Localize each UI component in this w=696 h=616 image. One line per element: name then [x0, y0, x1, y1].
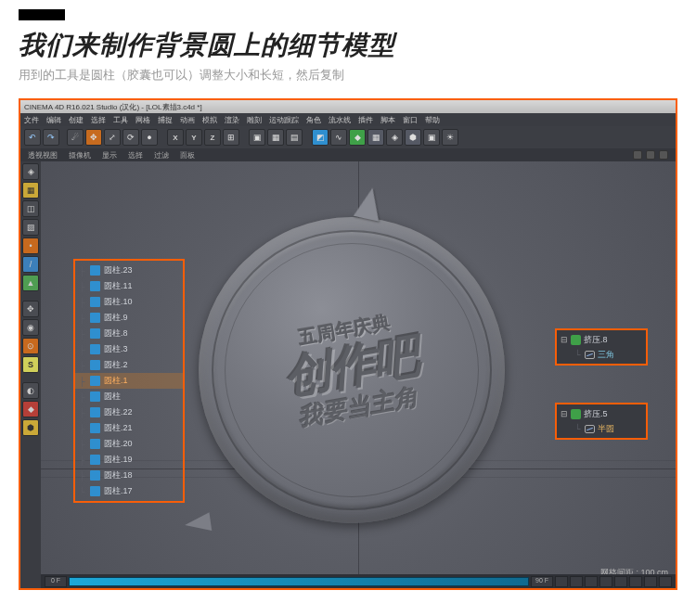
menu-edit[interactable]: 编辑: [46, 115, 61, 125]
vp-menu-panel[interactable]: 面板: [180, 150, 195, 160]
obj-row[interactable]: ├圆柱.3: [75, 341, 183, 357]
timeline-track[interactable]: [69, 577, 529, 586]
obj-row[interactable]: └圆柱.17: [75, 483, 183, 499]
collapse-icon[interactable]: ⊟: [561, 335, 568, 344]
menu-script[interactable]: 脚本: [380, 115, 395, 125]
model-mode-button[interactable]: ▦: [22, 182, 39, 199]
polygon-mode-button[interactable]: ▲: [22, 275, 39, 291]
redo-button[interactable]: ↷: [43, 129, 59, 146]
add-camera-button[interactable]: ▣: [423, 129, 440, 146]
move-tool[interactable]: ✥: [85, 129, 102, 146]
vp-min-button[interactable]: [633, 150, 642, 160]
render-pv-button[interactable]: ▦: [267, 129, 284, 146]
obj-row[interactable]: ├圆柱.21: [75, 420, 183, 436]
timeline-keyopts[interactable]: [659, 576, 672, 587]
lock-z-button[interactable]: Z: [204, 129, 221, 146]
obj-row-selected[interactable]: ├圆柱.1: [75, 373, 183, 389]
menu-snap[interactable]: 捕捉: [158, 115, 173, 125]
enable-button[interactable]: ◉: [22, 319, 39, 336]
timeline-record[interactable]: [629, 576, 642, 587]
rotate-tool[interactable]: ⟳: [122, 129, 139, 146]
obj-row[interactable]: ├圆柱.20: [75, 436, 183, 452]
timeline-play[interactable]: [585, 576, 598, 587]
menu-tools[interactable]: 工具: [113, 115, 128, 125]
scale-tool[interactable]: ⤢: [104, 129, 121, 146]
obj-row[interactable]: ├圆柱.23: [75, 263, 183, 278]
menu-plugins[interactable]: 插件: [358, 115, 373, 125]
vp-menu-display[interactable]: 显示: [102, 150, 117, 160]
vp-menu-camera[interactable]: 摄像机: [69, 150, 91, 160]
vp-menu-filter[interactable]: 过滤: [154, 150, 169, 160]
timeline-end-field[interactable]: 90 F: [531, 576, 553, 587]
add-deformer-button[interactable]: ◈: [386, 129, 403, 146]
add-primitive-button[interactable]: ◩: [312, 129, 329, 146]
render-view-button[interactable]: ▣: [249, 129, 265, 146]
obj-row[interactable]: ├圆柱.22: [75, 404, 183, 420]
axis-button[interactable]: ✥: [22, 301, 39, 317]
vp-close-button[interactable]: [659, 150, 668, 160]
menu-window[interactable]: 窗口: [403, 115, 418, 125]
obj-row[interactable]: ├圆柱: [75, 389, 183, 404]
timeline-next-key[interactable]: [599, 576, 612, 587]
dock-tool-b[interactable]: ◆: [22, 401, 39, 417]
snap-button[interactable]: ⊙: [22, 338, 39, 354]
viewport[interactable]: 五周年庆典 创作吧 我要当主角 ├圆柱.23 ├圆柱.11 ├圆柱.10 ├圆柱…: [41, 161, 676, 588]
menu-help[interactable]: 帮助: [425, 115, 440, 125]
obj-row[interactable]: ├圆柱.11: [75, 278, 183, 294]
timeline-prev-key[interactable]: [570, 576, 583, 587]
cylinder-icon: [90, 265, 100, 276]
lock-y-button[interactable]: Y: [186, 129, 202, 146]
point-mode-button[interactable]: •: [22, 237, 39, 254]
lock-x-button[interactable]: X: [167, 129, 184, 146]
obj-row[interactable]: ├圆柱.18: [75, 468, 183, 483]
collapse-icon[interactable]: ⊟: [561, 409, 568, 418]
dock-tool-a[interactable]: ◐: [22, 382, 39, 399]
make-editable-button[interactable]: ◈: [22, 163, 39, 180]
dock-tool-c[interactable]: ⬢: [22, 419, 39, 436]
add-array-button[interactable]: ▦: [367, 129, 384, 146]
menu-bar[interactable]: 文件 编辑 创建 选择 工具 网格 捕捉 动画 模拟 渲染 雕刻 运动跟踪 角色…: [20, 113, 676, 126]
obj-row[interactable]: ├圆柱.9: [75, 310, 183, 326]
medallion-model[interactable]: 五周年庆典 创作吧 我要当主角: [199, 217, 505, 523]
add-nurbs-button[interactable]: ◆: [349, 129, 366, 146]
vp-max-button[interactable]: [646, 150, 655, 160]
last-tool[interactable]: ●: [141, 129, 158, 146]
edge-mode-button[interactable]: /: [22, 256, 39, 273]
extrude-child-row[interactable]: └ 三角: [559, 347, 644, 362]
menu-anim[interactable]: 动画: [180, 115, 195, 125]
timeline-goto-start[interactable]: [555, 576, 568, 587]
menu-track[interactable]: 运动跟踪: [269, 115, 299, 125]
obj-row[interactable]: ├圆柱.10: [75, 294, 183, 310]
texture-mode-button[interactable]: ◫: [22, 200, 39, 217]
add-light-button[interactable]: ☀: [442, 129, 458, 146]
add-spline-button[interactable]: ∿: [330, 129, 347, 146]
obj-row[interactable]: ├圆柱.19: [75, 452, 183, 468]
menu-create[interactable]: 创建: [69, 115, 84, 125]
workplane-mode-button[interactable]: ▨: [22, 219, 39, 236]
timeline-start-field[interactable]: 0 F: [45, 576, 67, 587]
timeline-goto-end[interactable]: [614, 576, 627, 587]
obj-row[interactable]: ├圆柱.8: [75, 326, 183, 341]
timeline-autokey[interactable]: [644, 576, 657, 587]
menu-pipe[interactable]: 流水线: [329, 115, 351, 125]
add-env-button[interactable]: ⬢: [405, 129, 421, 146]
menu-render[interactable]: 渲染: [225, 115, 239, 125]
menu-file[interactable]: 文件: [24, 115, 39, 125]
menu-sculpt[interactable]: 雕刻: [247, 115, 262, 125]
soft-select-button[interactable]: S: [22, 356, 39, 373]
extrude-parent-row[interactable]: ⊟ 挤压.5: [559, 406, 644, 421]
menu-select[interactable]: 选择: [91, 115, 106, 125]
menu-mesh[interactable]: 网格: [135, 115, 150, 125]
timeline[interactable]: 0 F 90 F: [41, 574, 676, 588]
select-tool[interactable]: ☄: [67, 129, 84, 146]
extrude-child-row[interactable]: └ 半圆: [559, 421, 644, 436]
vp-menu-select[interactable]: 选择: [128, 150, 143, 160]
menu-sim[interactable]: 模拟: [202, 115, 217, 125]
coord-system-button[interactable]: ⊞: [223, 129, 239, 146]
triangle-arrow-left: [184, 512, 213, 534]
obj-row[interactable]: ├圆柱.2: [75, 357, 183, 373]
undo-button[interactable]: ↶: [24, 129, 41, 146]
render-settings-button[interactable]: ▤: [286, 129, 303, 146]
extrude-parent-row[interactable]: ⊟ 挤压.8: [559, 332, 644, 347]
menu-char[interactable]: 角色: [306, 115, 321, 125]
